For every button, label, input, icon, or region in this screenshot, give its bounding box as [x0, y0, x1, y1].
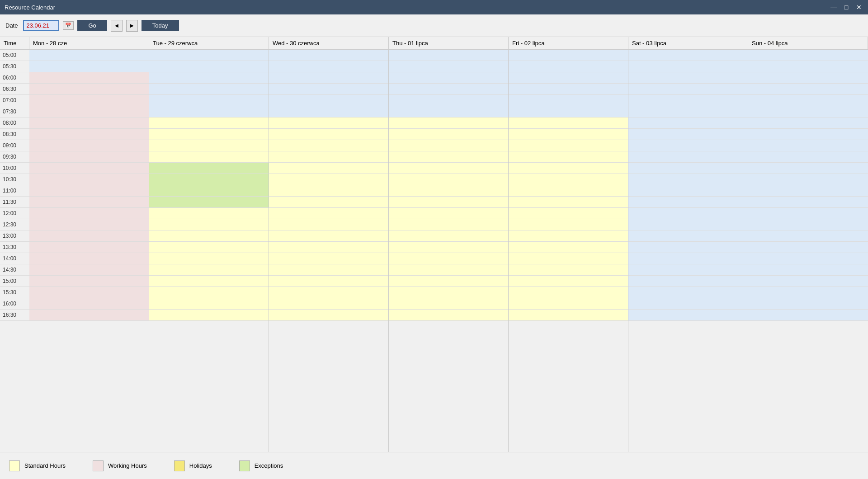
day-cell[interactable]: [509, 253, 628, 264]
day-cell[interactable]: [389, 242, 508, 253]
day-cell[interactable]: [269, 106, 388, 117]
day-cell[interactable]: [29, 185, 149, 197]
day-cell[interactable]: [628, 50, 748, 61]
day-cell[interactable]: [628, 84, 748, 95]
day-cell[interactable]: [29, 140, 149, 151]
day-cell[interactable]: [748, 140, 868, 151]
day-cell[interactable]: [269, 95, 388, 106]
day-cell[interactable]: [149, 163, 269, 174]
day-cell[interactable]: [29, 208, 149, 219]
day-cell[interactable]: [29, 151, 149, 163]
day-cell[interactable]: [748, 219, 868, 230]
day-cell[interactable]: [628, 310, 748, 321]
maximize-button[interactable]: □: [842, 4, 851, 11]
day-cell[interactable]: [149, 197, 269, 208]
day-cell[interactable]: [389, 117, 508, 129]
day-cell[interactable]: [748, 151, 868, 163]
day-cell[interactable]: [149, 174, 269, 185]
day-cell[interactable]: [149, 264, 269, 276]
day-cell[interactable]: [269, 287, 388, 298]
close-button[interactable]: ✕: [854, 4, 863, 11]
day-cell[interactable]: [269, 242, 388, 253]
day-cell[interactable]: [269, 50, 388, 61]
day-cell[interactable]: [149, 287, 269, 298]
day-cell[interactable]: [389, 219, 508, 230]
day-cell[interactable]: [269, 276, 388, 287]
day-cell[interactable]: [509, 185, 628, 197]
day-cell[interactable]: [149, 84, 269, 95]
day-cell[interactable]: [509, 276, 628, 287]
day-cell[interactable]: [509, 264, 628, 276]
day-cell[interactable]: [748, 310, 868, 321]
day-cell[interactable]: [269, 310, 388, 321]
day-cell[interactable]: [149, 219, 269, 230]
day-cell[interactable]: [389, 197, 508, 208]
day-cell[interactable]: [628, 61, 748, 72]
day-cell[interactable]: [509, 298, 628, 310]
day-cell[interactable]: [748, 276, 868, 287]
day-cell[interactable]: [269, 253, 388, 264]
minimize-button[interactable]: —: [829, 4, 838, 11]
day-cell[interactable]: [628, 219, 748, 230]
day-cell[interactable]: [628, 298, 748, 310]
day-cell[interactable]: [149, 129, 269, 140]
date-input[interactable]: [23, 20, 59, 31]
day-cell[interactable]: [509, 84, 628, 95]
day-cell[interactable]: [748, 230, 868, 242]
day-cell[interactable]: [389, 253, 508, 264]
day-cell[interactable]: [389, 84, 508, 95]
day-cell[interactable]: [269, 264, 388, 276]
day-cell[interactable]: [748, 129, 868, 140]
day-cell[interactable]: [748, 72, 868, 84]
day-cell[interactable]: [149, 185, 269, 197]
day-cell[interactable]: [509, 72, 628, 84]
day-cell[interactable]: [509, 208, 628, 219]
day-cell[interactable]: [628, 287, 748, 298]
day-cell[interactable]: [29, 50, 149, 61]
day-cell[interactable]: [149, 298, 269, 310]
go-button[interactable]: Go: [77, 20, 107, 31]
day-cell[interactable]: [628, 185, 748, 197]
day-cell[interactable]: [149, 50, 269, 61]
day-cell[interactable]: [149, 253, 269, 264]
day-cell[interactable]: [269, 117, 388, 129]
day-cell[interactable]: [29, 276, 149, 287]
day-cell[interactable]: [628, 129, 748, 140]
day-cell[interactable]: [628, 253, 748, 264]
day-cell[interactable]: [389, 72, 508, 84]
day-cell[interactable]: [748, 253, 868, 264]
day-cell[interactable]: [509, 197, 628, 208]
day-cell[interactable]: [628, 174, 748, 185]
day-cell[interactable]: [149, 151, 269, 163]
day-cell[interactable]: [269, 129, 388, 140]
day-cell[interactable]: [628, 117, 748, 129]
day-cell[interactable]: [29, 174, 149, 185]
day-cell[interactable]: [509, 95, 628, 106]
day-cell[interactable]: [29, 117, 149, 129]
day-cell[interactable]: [748, 298, 868, 310]
day-cell[interactable]: [269, 230, 388, 242]
day-cell[interactable]: [628, 242, 748, 253]
day-cell[interactable]: [628, 208, 748, 219]
day-cell[interactable]: [269, 72, 388, 84]
next-button[interactable]: ►: [126, 20, 138, 32]
day-cell[interactable]: [748, 264, 868, 276]
day-cell[interactable]: [149, 106, 269, 117]
day-cell[interactable]: [509, 151, 628, 163]
day-cell[interactable]: [509, 50, 628, 61]
day-cell[interactable]: [29, 84, 149, 95]
day-cell[interactable]: [748, 174, 868, 185]
day-cell[interactable]: [748, 95, 868, 106]
day-cell[interactable]: [389, 264, 508, 276]
day-cell[interactable]: [509, 117, 628, 129]
day-cell[interactable]: [389, 95, 508, 106]
day-cell[interactable]: [149, 276, 269, 287]
day-cell[interactable]: [748, 163, 868, 174]
day-cell[interactable]: [269, 140, 388, 151]
day-cell[interactable]: [29, 95, 149, 106]
day-cell[interactable]: [389, 310, 508, 321]
day-cell[interactable]: [509, 61, 628, 72]
day-cell[interactable]: [748, 84, 868, 95]
day-cell[interactable]: [748, 185, 868, 197]
day-cell[interactable]: [389, 50, 508, 61]
